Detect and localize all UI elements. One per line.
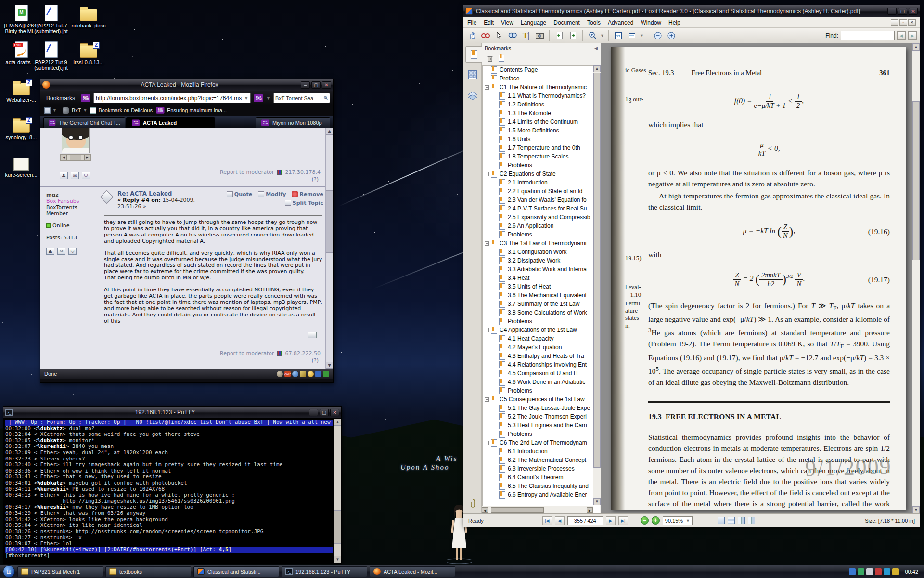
mdi-restore-button[interactable]: ▫ <box>899 19 907 26</box>
bookmark-label[interactable]: 6.2 The Mathematical Concept <box>508 457 586 463</box>
bookmark-5-1-the-gay-lussac-joule-expe[interactable]: 5.1 The Gay-Lussac-Joule Expe <box>483 404 600 412</box>
close-button[interactable]: ✕ <box>330 409 339 416</box>
tab-the-general-chit-chat-t-[interactable]: BOX.COMThe General Chit Chat T... <box>43 117 125 128</box>
layers-panel-tab[interactable] <box>465 88 480 104</box>
bookmark-4-4-relationships-involving-ent[interactable]: 4.4 Relationships Involving Ent <box>483 360 600 369</box>
taskbar-button-label[interactable]: Classical and Statisti... <box>207 569 261 575</box>
bookmark-3-7-summary-of-the-1st-law[interactable]: 3.7 Summary of the 1st Law <box>483 300 600 308</box>
edit-pencil-icon[interactable] <box>300 371 306 377</box>
attachments-panel-tab[interactable] <box>465 495 480 512</box>
bookmark-label[interactable]: Contents Page <box>500 66 538 73</box>
bookmark-label[interactable]: 2.3 Van der Waals' Equation fo <box>508 197 587 203</box>
help-link[interactable]: (?) <box>312 357 319 364</box>
scroll-right-icon[interactable]: ▶ <box>587 507 593 513</box>
find-input[interactable] <box>841 31 895 40</box>
bookmark-label[interactable]: C5 Consequences of the 1st Law <box>500 396 585 403</box>
bookmark-contents-page[interactable]: Contents Page <box>483 66 600 74</box>
collapse-icon[interactable]: − <box>485 85 489 90</box>
tray-icon-network[interactable] <box>849 568 856 575</box>
profile-icon[interactable]: 👤︎ <box>46 248 54 255</box>
report-link[interactable]: Report to moderator <box>220 169 274 175</box>
bookmark-1-2-definitions[interactable]: 1.2 Definitions <box>483 100 600 109</box>
desktop-icon-synology-8-[interactable]: Zsynology_8... <box>0 114 42 140</box>
bookmark-label[interactable]: Problems <box>508 431 532 437</box>
bookmark-1-8-temperature-scales[interactable]: 1.8 Temperature Scales <box>483 152 600 161</box>
bookmark-c3-the-1st-law-of-thermodynami[interactable]: −C3 The 1st Law of Thermodynami <box>483 239 600 248</box>
terminal[interactable]: | WWW: Up : Forum: Up : Tracker: Up | NO… <box>3 419 341 561</box>
bookmark-label[interactable]: 1.1 What is Thermodynamics? <box>508 92 586 99</box>
bookmark-6-1-introduction[interactable]: 6.1 Introduction <box>483 447 600 456</box>
bookmark-c1-the-nature-of-thermodynamic[interactable]: −C1 The Nature of Thermodynamic <box>483 83 600 92</box>
desktop-icon-irssi-0-8-13-[interactable]: Zirssi-0.8.13... <box>67 39 110 65</box>
bookmark-label[interactable]: 3.5 Units of Heat <box>508 283 551 290</box>
taskbar-button-textbooks[interactable]: textbooks <box>105 566 191 577</box>
collapse-icon[interactable]: − <box>485 328 489 332</box>
bookmark-6-4-carnot-s-theorem[interactable]: 6.4 Carnot's Theorem <box>483 473 600 482</box>
scroll-left-icon[interactable]: ◀ <box>482 507 488 513</box>
bookmark-label[interactable]: 5.3 Heat Engines and the Carn <box>508 422 587 429</box>
tab-acta-leaked[interactable]: BOX.COMACTA Leaked <box>126 117 215 128</box>
irc-input-line[interactable]: [#boxtorrents] <box>5 553 333 559</box>
zoom-in-tool-icon[interactable] <box>587 30 598 41</box>
desktop-icon-pap212-tut-7[interactable]: PAP212 Tut.7(submitted).jnt <box>30 2 72 34</box>
search-go-icon[interactable]: 🔍︎ <box>323 95 328 101</box>
taskbar-clock[interactable]: 00:42 <box>905 569 918 575</box>
bookmark-label[interactable]: Preface <box>500 75 519 82</box>
fit-page-icon[interactable] <box>613 30 624 41</box>
bookmark-label[interactable]: 6.6 Entropy and Available Ener <box>508 491 587 498</box>
bookmark-label[interactable]: Problems <box>508 318 532 325</box>
profile-icon[interactable]: 👤︎ <box>60 172 68 179</box>
bookmark-1-6-units[interactable]: 1.6 Units <box>483 135 600 144</box>
bookmark-label[interactable]: 6.3 Irreversible Processes <box>508 465 575 472</box>
zoom-tool-dropdown-icon[interactable]: ▼ <box>600 33 604 38</box>
bookmark-label[interactable]: 2.6 An Application <box>508 223 553 229</box>
panel-collapse-icon[interactable]: ◀ <box>594 46 598 51</box>
help-link[interactable]: (?) <box>312 176 319 183</box>
bookmark-label[interactable]: 4.2 Mayer's Equation <box>508 344 562 351</box>
bookmark-4-3-enthalpy-and-heats-of-tra[interactable]: 4.3 Enthalpy and Heats of Tra <box>483 352 600 360</box>
taskbar-button-classical-and-statisti-[interactable]: Classical and Statisti... <box>193 566 279 577</box>
author-name[interactable]: mgz <box>46 192 103 198</box>
bookmark-problems[interactable]: Problems <box>483 230 600 239</box>
next-page-icon[interactable]: ▶ <box>606 516 616 525</box>
dropdown-icon[interactable]: ▼ <box>52 108 57 113</box>
tray-icon-scheduler[interactable] <box>892 568 899 575</box>
scroll-thumb[interactable] <box>326 190 333 253</box>
tab-label[interactable]: ACTA Leaked <box>143 120 177 126</box>
tab-miyori-no-mori-1080p[interactable]: BOX.COMMiyori no Mori 1080p <box>256 117 330 128</box>
terminal-scrollbar[interactable]: ▲ ▼ <box>334 419 341 563</box>
bookmark-4-2-mayer-s-equation[interactable]: 4.2 Mayer's Equation <box>483 343 600 352</box>
bookmark-label[interactable]: 5.2 The Joule-Thomson Experi <box>508 413 587 420</box>
hand-tool-icon[interactable] <box>466 30 478 41</box>
collapse-icon[interactable]: − <box>485 172 489 176</box>
menu-view[interactable]: View <box>501 19 513 26</box>
scroll-down-icon[interactable]: ▼ <box>593 498 601 505</box>
bookmark-label[interactable]: 2.5 Expansivity and Compressib <box>508 214 590 221</box>
bookmark-label[interactable]: Problems <box>508 231 532 238</box>
search-status-icon[interactable] <box>292 371 298 377</box>
bookmark-label[interactable]: 6.1 Introduction <box>508 448 548 455</box>
desktop-icon-rideback-desc[interactable]: rideback_desc <box>67 2 110 28</box>
fasterfox-icon[interactable] <box>277 371 283 377</box>
bookmark-label[interactable]: Problems <box>508 162 532 169</box>
scroll-down-icon[interactable]: ▼ <box>334 556 341 563</box>
tray-icon-volume[interactable] <box>858 568 864 575</box>
bookmark-label[interactable]: Ensuring maximum ima... <box>167 107 227 113</box>
bookmark-3-4-heat[interactable]: 3.4 Heat <box>483 274 600 282</box>
bookmark-1-3-the-kilomole[interactable]: 1.3 The Kilomole <box>483 109 600 118</box>
start-button[interactable]: ⊞ <box>3 565 15 578</box>
bookmark-1-1-what-is-thermodynamics-[interactable]: 1.1 What is Thermodynamics? <box>483 92 600 100</box>
previous-page-icon[interactable]: ◀ <box>555 516 565 525</box>
bookmark-2-2-equation-of-state-of-an-id[interactable]: 2.2 Equation of State of an Id <box>483 187 600 196</box>
bookmark-item-2[interactable]: BOX.COMEnsuring maximum ima... <box>155 106 227 114</box>
bookmark-4-1-heat-capacity[interactable]: 4.1 Heat Capacity <box>483 334 600 343</box>
bookmark-label[interactable]: C1 The Nature of Thermodynamic <box>500 84 587 91</box>
taskbar-button-192-168-1-123-putty[interactable]: >_192.168.1.123 - PuTTY <box>282 566 367 577</box>
bookmark-label[interactable]: 6.5 The Clausius Inequality and <box>508 483 589 489</box>
scroll-up-icon[interactable]: ▲ <box>593 65 601 72</box>
zoom-out-icon[interactable] <box>652 30 664 41</box>
bookmark-label[interactable]: Problems <box>508 387 532 394</box>
bookmark-problems[interactable]: Problems <box>483 386 600 395</box>
menu-advanced[interactable]: Advanced <box>608 19 633 26</box>
sync-icon[interactable] <box>315 371 321 377</box>
